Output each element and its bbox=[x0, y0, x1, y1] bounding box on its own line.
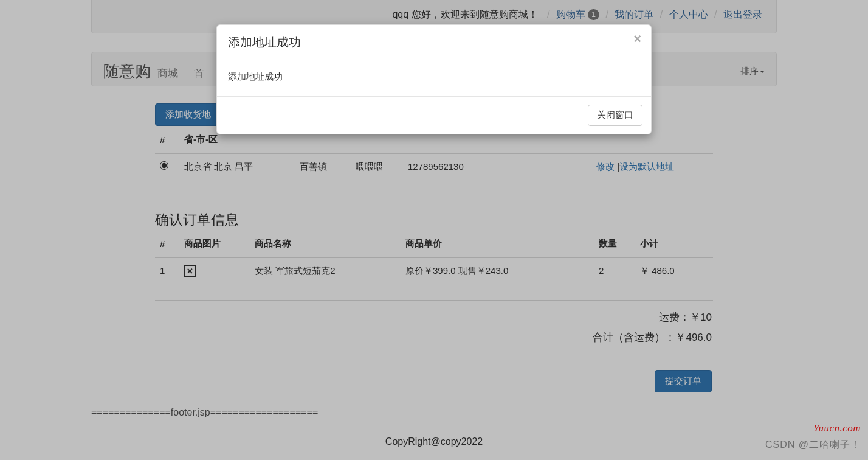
modal-header: 添加地址成功 × bbox=[217, 25, 651, 60]
success-modal: 添加地址成功 × 添加地址成功 关闭窗口 bbox=[216, 24, 652, 134]
modal-body: 添加地址成功 bbox=[217, 60, 651, 96]
modal-close-button[interactable]: × bbox=[633, 31, 641, 47]
modal-close-window-button[interactable]: 关闭窗口 bbox=[588, 105, 642, 126]
modal-title: 添加地址成功 bbox=[228, 35, 301, 49]
modal-footer: 关闭窗口 bbox=[217, 96, 651, 134]
